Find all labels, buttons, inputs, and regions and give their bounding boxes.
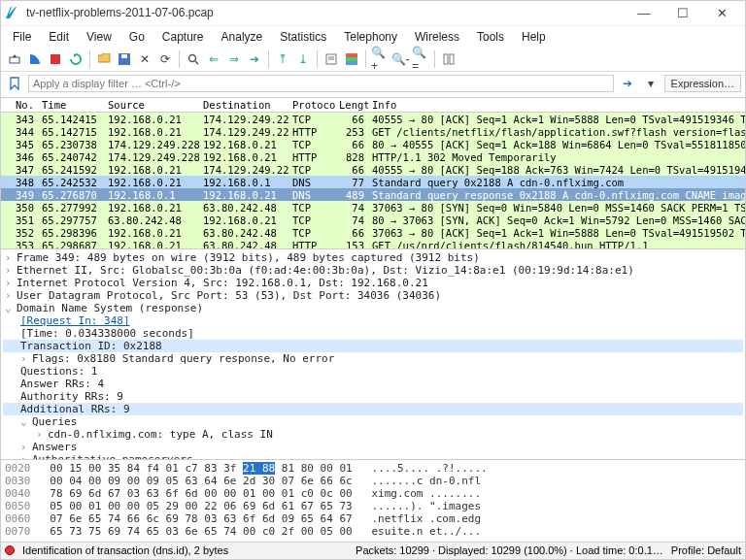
hex-line[interactable]: 0030 00 04 00 09 00 09 05 63 64 6e 2d 30… xyxy=(5,475,741,487)
menu-capture[interactable]: Capture xyxy=(154,28,212,46)
hex-line[interactable]: 0060 07 6e 65 74 66 6c 69 78 03 63 6f 6d… xyxy=(5,512,741,525)
capture-status-dot-icon xyxy=(5,545,15,555)
column-header[interactable]: Source xyxy=(104,98,199,112)
packet-row[interactable]: 34765.241592192.168.0.21174.129.249.228T… xyxy=(1,163,745,176)
stop-capture-icon[interactable] xyxy=(46,49,65,69)
resize-columns-icon[interactable] xyxy=(439,49,458,69)
hex-line[interactable]: 0070 65 73 75 69 74 65 03 6e 65 74 00 c0… xyxy=(5,525,741,538)
svg-rect-14 xyxy=(450,54,454,64)
ip-summary[interactable]: Internet Protocol Version 4, Src: 192.16… xyxy=(3,277,743,289)
bookmark-filter-icon[interactable] xyxy=(5,74,24,93)
go-to-icon[interactable]: ➜ xyxy=(245,49,264,69)
packet-row[interactable]: 34465.142715192.168.0.21174.129.249.228H… xyxy=(1,125,745,138)
packet-row[interactable]: 34965.276870192.168.0.1192.168.0.21DNS48… xyxy=(1,188,745,201)
find-icon[interactable] xyxy=(184,49,203,69)
packet-list-header: No.TimeSourceDestinationProtocolLengthIn… xyxy=(1,98,745,113)
menu-telephony[interactable]: Telephony xyxy=(336,28,405,46)
dns-questions: Questions: 1 xyxy=(3,365,743,378)
packet-row[interactable]: 35165.29775763.80.242.48192.168.0.21TCP7… xyxy=(1,214,745,226)
go-forward-icon[interactable]: ⇒ xyxy=(224,49,244,69)
go-first-icon[interactable]: ⤒ xyxy=(273,49,292,69)
packet-row[interactable]: 34365.142415192.168.0.21174.129.249.228T… xyxy=(1,113,745,125)
menu-wireless[interactable]: Wireless xyxy=(407,28,467,46)
hex-line[interactable]: 0050 05 00 01 00 00 05 29 00 22 06 69 6d… xyxy=(5,500,741,512)
dns-time: [Time: 0.034338000 seconds] xyxy=(3,327,743,340)
window-title: tv-netflix-problems-2011-07-06.pcap xyxy=(26,6,625,19)
filter-apply-arrow-icon[interactable]: ➔ xyxy=(618,74,637,93)
packet-list-pane[interactable]: No.TimeSourceDestinationProtocolLengthIn… xyxy=(1,97,745,248)
packet-row[interactable]: 34665.240742174.129.249.228192.168.0.21H… xyxy=(1,150,745,163)
dns-query-1[interactable]: cdn-0.nflximg.com: type A, class IN xyxy=(3,428,743,441)
dns-queries[interactable]: Queries xyxy=(3,415,743,428)
reload-icon[interactable]: ⟳ xyxy=(155,49,175,69)
svg-rect-12 xyxy=(346,61,357,65)
auto-scroll-icon[interactable] xyxy=(322,49,341,69)
menu-view[interactable]: View xyxy=(79,28,119,46)
menu-analyze[interactable]: Analyze xyxy=(214,28,271,46)
minimize-button[interactable]: ― xyxy=(625,1,663,24)
svg-point-5 xyxy=(189,54,196,61)
column-header[interactable]: Time xyxy=(38,98,104,112)
go-back-icon[interactable]: ⇐ xyxy=(204,49,223,69)
column-header[interactable]: No. xyxy=(1,98,38,112)
svg-point-1 xyxy=(14,54,17,57)
frame-summary[interactable]: Frame 349: 489 bytes on wire (3912 bits)… xyxy=(3,251,743,264)
svg-rect-10 xyxy=(346,53,357,57)
menu-edit[interactable]: Edit xyxy=(41,28,77,46)
udp-summary[interactable]: User Datagram Protocol, Src Port: 53 (53… xyxy=(3,289,743,302)
zoom-out-icon[interactable]: 🔍- xyxy=(390,49,410,69)
filter-dropdown-icon[interactable]: ▾ xyxy=(641,74,661,93)
column-header[interactable]: Destination xyxy=(199,98,288,112)
dns-request-in[interactable]: [Request In: 348] xyxy=(3,314,743,327)
filter-bar: ➔ ▾ Expression… xyxy=(1,72,745,97)
dns-additional-rrs: Additional RRs: 9 xyxy=(3,403,743,415)
save-file-icon[interactable] xyxy=(115,49,134,69)
open-file-icon[interactable] xyxy=(94,49,114,69)
go-last-icon[interactable]: ⤓ xyxy=(293,49,313,69)
menu-statistics[interactable]: Statistics xyxy=(272,28,334,46)
zoom-reset-icon[interactable]: 🔍= xyxy=(411,49,430,69)
display-filter-input[interactable] xyxy=(28,75,614,92)
hex-line[interactable]: 0020 00 15 00 35 84 f4 01 c7 83 3f 21 88… xyxy=(5,462,741,475)
maximize-button[interactable]: ☐ xyxy=(663,1,702,24)
dns-transaction-id[interactable]: Transaction ID: 0x2188 xyxy=(3,340,743,352)
start-capture-icon[interactable] xyxy=(25,49,45,69)
close-button[interactable]: ✕ xyxy=(702,1,741,24)
packet-row[interactable]: 35265.298396192.168.0.2163.80.242.48TCP6… xyxy=(1,226,745,239)
svg-rect-4 xyxy=(121,54,127,58)
packet-row[interactable]: 34565.230738174.129.249.228192.168.0.21T… xyxy=(1,138,745,150)
column-header[interactable]: Length xyxy=(335,98,368,112)
menubar: FileEditViewGoCaptureAnalyzeStatisticsTe… xyxy=(1,26,745,48)
svg-rect-11 xyxy=(346,57,357,61)
dns-summary[interactable]: Domain Name System (response) xyxy=(3,302,743,314)
expression-button[interactable]: Expression… xyxy=(664,75,741,92)
status-packets: Packets: 10299 · Displayed: 10299 (100.0… xyxy=(356,544,663,556)
menu-file[interactable]: File xyxy=(5,28,39,46)
ethernet-summary[interactable]: Ethernet II, Src: Globalsc_00:3b:0a (f0:… xyxy=(3,264,743,277)
status-field-info: Identification of transaction (dns.id), … xyxy=(22,544,228,556)
colorize-icon[interactable] xyxy=(342,49,361,69)
status-profile: Profile: Default xyxy=(671,544,741,556)
hex-line[interactable]: 0040 78 69 6d 67 03 63 6f 6d 00 00 01 00… xyxy=(5,487,741,500)
main-toolbar: ✕ ⟳ ⇐ ⇒ ➜ ⤒ ⤓ 🔍+ 🔍- 🔍= xyxy=(1,48,745,72)
packet-details-pane[interactable]: Frame 349: 489 bytes on wire (3912 bits)… xyxy=(1,248,745,458)
menu-go[interactable]: Go xyxy=(121,28,153,46)
column-header[interactable]: Protocol xyxy=(288,98,335,112)
packet-row[interactable]: 34865.242532192.168.0.21192.168.0.1DNS77… xyxy=(1,176,745,188)
close-file-icon[interactable]: ✕ xyxy=(135,49,154,69)
packet-bytes-pane[interactable]: 0020 00 15 00 35 84 f4 01 c7 83 3f 21 88… xyxy=(1,459,745,542)
menu-tools[interactable]: Tools xyxy=(469,28,512,46)
interfaces-icon[interactable] xyxy=(5,49,24,69)
zoom-in-icon[interactable]: 🔍+ xyxy=(370,49,390,69)
svg-line-6 xyxy=(195,61,198,64)
menu-help[interactable]: Help xyxy=(514,28,554,46)
dns-answers[interactable]: Answers xyxy=(3,441,743,453)
titlebar: tv-netflix-problems-2011-07-06.pcap ― ☐ … xyxy=(1,1,745,26)
packet-row[interactable]: 35365.298687192.168.0.2163.80.242.48HTTP… xyxy=(1,239,745,248)
svg-rect-2 xyxy=(51,54,60,64)
packet-row[interactable]: 35065.277992192.168.0.2163.80.242.48TCP7… xyxy=(1,201,745,214)
dns-flags[interactable]: Flags: 0x8180 Standard query response, N… xyxy=(3,352,743,365)
restart-capture-icon[interactable] xyxy=(66,49,85,69)
dns-authority-rrs: Authority RRs: 9 xyxy=(3,390,743,403)
column-header[interactable]: Info xyxy=(368,98,745,112)
